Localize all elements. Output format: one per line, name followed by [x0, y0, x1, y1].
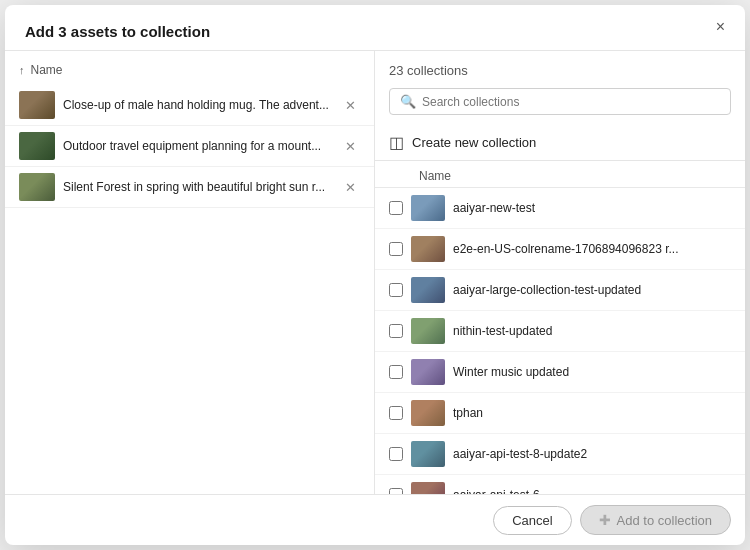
- collection-thumbnail: [411, 359, 445, 385]
- close-button[interactable]: ×: [710, 17, 731, 37]
- collection-name: aaiyar-large-collection-test-updated: [453, 283, 731, 297]
- asset-thumbnail: [19, 91, 55, 119]
- collection-checkbox[interactable]: [389, 324, 403, 338]
- collection-list[interactable]: aaiyar-new-test e2e-en-US-colrename-1706…: [375, 188, 745, 494]
- asset-name: Silent Forest in spring with beautiful b…: [63, 180, 333, 194]
- collection-thumbnail: [411, 236, 445, 262]
- cancel-button[interactable]: Cancel: [493, 506, 571, 535]
- collection-checkbox[interactable]: [389, 242, 403, 256]
- collection-thumbnail: [411, 441, 445, 467]
- assets-header: ↑ Name: [5, 63, 374, 85]
- collection-checkbox[interactable]: [389, 365, 403, 379]
- asset-item: Close-up of male hand holding mug. The a…: [5, 85, 374, 126]
- asset-list: Close-up of male hand holding mug. The a…: [5, 85, 374, 494]
- collection-row[interactable]: e2e-en-US-colrename-1706894096823 r...: [375, 229, 745, 270]
- collection-thumbnail: [411, 482, 445, 494]
- asset-name: Outdoor travel equipment planning for a …: [63, 139, 333, 153]
- collection-row[interactable]: nithin-test-updated: [375, 311, 745, 352]
- collection-thumbnail: [411, 400, 445, 426]
- search-icon: 🔍: [400, 94, 416, 109]
- collection-name-header: Name: [419, 169, 451, 183]
- collection-row[interactable]: aaiyar-large-collection-test-updated: [375, 270, 745, 311]
- collection-checkbox[interactable]: [389, 447, 403, 461]
- create-collection-icon: ◫: [389, 133, 404, 152]
- remove-asset-button[interactable]: ✕: [341, 96, 360, 115]
- asset-thumbnail: [19, 173, 55, 201]
- collection-checkbox[interactable]: [389, 283, 403, 297]
- asset-item: Silent Forest in spring with beautiful b…: [5, 167, 374, 208]
- remove-asset-button[interactable]: ✕: [341, 137, 360, 156]
- right-panel: 23 collections 🔍 ◫ Create new collection…: [375, 51, 745, 494]
- collection-name: tphan: [453, 406, 731, 420]
- collection-name: aaiyar-api-test-6: [453, 488, 731, 494]
- collection-name: aaiyar-new-test: [453, 201, 731, 215]
- add-button-label: Add to collection: [617, 513, 712, 528]
- collection-name: Winter music updated: [453, 365, 731, 379]
- collection-row[interactable]: aaiyar-new-test: [375, 188, 745, 229]
- left-panel: ↑ Name Close-up of male hand holding mug…: [5, 51, 375, 494]
- search-bar: 🔍: [389, 88, 731, 115]
- add-to-collection-button[interactable]: ✚ Add to collection: [580, 505, 731, 535]
- collection-name: aaiyar-api-test-8-update2: [453, 447, 731, 461]
- add-to-collection-dialog: × Add 3 assets to collection ↑ Name Clos…: [5, 5, 745, 545]
- collection-thumbnail: [411, 277, 445, 303]
- dialog-title: Add 3 assets to collection: [5, 5, 745, 50]
- add-icon: ✚: [599, 512, 611, 528]
- search-input[interactable]: [422, 95, 720, 109]
- remove-asset-button[interactable]: ✕: [341, 178, 360, 197]
- assets-sort-label: Name: [31, 63, 63, 77]
- collection-name: e2e-en-US-colrename-1706894096823 r...: [453, 242, 731, 256]
- collection-row[interactable]: aaiyar-api-test-6: [375, 475, 745, 494]
- collection-row[interactable]: Winter music updated: [375, 352, 745, 393]
- create-new-collection-button[interactable]: ◫ Create new collection: [375, 125, 745, 161]
- dialog-body: ↑ Name Close-up of male hand holding mug…: [5, 50, 745, 494]
- asset-item: Outdoor travel equipment planning for a …: [5, 126, 374, 167]
- collection-checkbox[interactable]: [389, 201, 403, 215]
- collection-checkbox[interactable]: [389, 406, 403, 420]
- collection-thumbnail: [411, 195, 445, 221]
- asset-thumbnail: [19, 132, 55, 160]
- collection-checkbox[interactable]: [389, 488, 403, 494]
- asset-name: Close-up of male hand holding mug. The a…: [63, 98, 333, 112]
- collections-count: 23 collections: [375, 63, 745, 88]
- dialog-footer: Cancel ✚ Add to collection: [5, 494, 745, 545]
- create-new-label: Create new collection: [412, 135, 536, 150]
- collection-list-header: Name: [375, 165, 745, 188]
- collection-thumbnail: [411, 318, 445, 344]
- collection-name: nithin-test-updated: [453, 324, 731, 338]
- collection-row[interactable]: tphan: [375, 393, 745, 434]
- collection-row[interactable]: aaiyar-api-test-8-update2: [375, 434, 745, 475]
- sort-icon: ↑: [19, 64, 25, 76]
